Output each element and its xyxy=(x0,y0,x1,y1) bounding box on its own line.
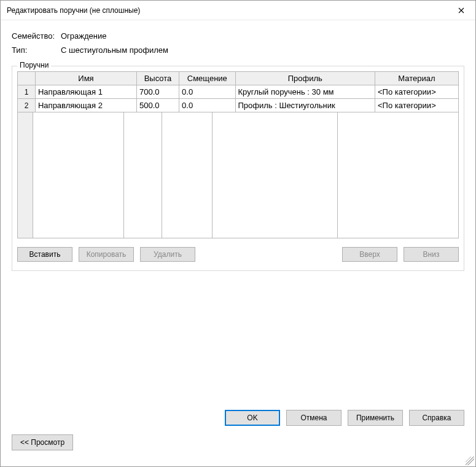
titlebar: Редактировать поручни (не сплошные) xyxy=(1,1,475,20)
table-buttons-row: Вставить Копировать Удалить Вверх Вниз xyxy=(17,247,459,262)
col-header-material[interactable]: Материал xyxy=(375,72,458,85)
fieldset-legend: Поручни xyxy=(17,61,51,69)
footer-buttons: OK Отмена Применить Справка xyxy=(12,410,464,426)
close-icon xyxy=(458,7,464,14)
table-row[interactable]: 2 Направляющая 2 500.0 0.0 Профиль : Шес… xyxy=(18,99,459,112)
meta-family-row: Семейство: Ограждение xyxy=(12,31,464,41)
close-button[interactable] xyxy=(447,1,475,20)
type-value: С шестиугольным профилем xyxy=(61,45,168,55)
resize-grip-icon[interactable] xyxy=(466,457,474,465)
preview-toggle-button[interactable]: << Просмотр xyxy=(12,434,73,450)
cell-offset[interactable]: 0.0 xyxy=(179,85,235,99)
move-down-button[interactable]: Вниз xyxy=(404,247,459,262)
ok-button[interactable]: OK xyxy=(225,410,280,426)
insert-button[interactable]: Вставить xyxy=(17,247,72,262)
col-header-offset[interactable]: Смещение xyxy=(179,72,235,85)
family-label: Семейство: xyxy=(12,31,61,41)
cell-rownum[interactable]: 2 xyxy=(18,99,36,112)
cell-offset[interactable]: 0.0 xyxy=(179,99,235,112)
cell-profile[interactable]: Круглый поручень : 30 мм xyxy=(235,85,375,99)
rails-table-wrap: Имя Высота Смещение Профиль Материал 1 Н… xyxy=(17,71,459,238)
dialog-footer: OK Отмена Применить Справка << Просмотр xyxy=(1,400,475,466)
delete-button[interactable]: Удалить xyxy=(140,247,195,262)
copy-button[interactable]: Копировать xyxy=(79,247,134,262)
preview-button-wrap: << Просмотр xyxy=(12,434,464,450)
meta-type-row: Тип: С шестиугольным профилем xyxy=(12,45,464,55)
cell-material[interactable]: <По категории> xyxy=(375,99,458,112)
col-header-height[interactable]: Высота xyxy=(136,72,179,85)
spacer xyxy=(201,247,336,262)
table-row[interactable]: 1 Направляющая 1 700.0 0.0 Круглый поруч… xyxy=(18,85,459,99)
col-header-rownum[interactable] xyxy=(18,72,36,85)
apply-button[interactable]: Применить xyxy=(348,410,403,426)
cell-rownum[interactable]: 1 xyxy=(18,85,36,99)
cell-name[interactable]: Направляющая 1 xyxy=(35,85,136,99)
rails-fieldset: Поручни Имя Высота Смещение Профиль Мат xyxy=(12,66,464,271)
cell-name[interactable]: Направляющая 2 xyxy=(35,99,136,112)
table-header-row: Имя Высота Смещение Профиль Материал xyxy=(18,72,459,85)
move-up-button[interactable]: Вверх xyxy=(342,247,397,262)
col-header-name[interactable]: Имя xyxy=(35,72,136,85)
help-button[interactable]: Справка xyxy=(409,410,464,426)
cell-material[interactable]: <По категории> xyxy=(375,85,458,99)
dialog-window: Редактировать поручни (не сплошные) Семе… xyxy=(0,0,476,467)
window-title: Редактировать поручни (не сплошные) xyxy=(7,6,447,15)
family-value: Ограждение xyxy=(61,31,107,41)
meta-block: Семейство: Ограждение Тип: С шестиугольн… xyxy=(12,31,464,60)
cell-height[interactable]: 500.0 xyxy=(136,99,179,112)
cancel-button[interactable]: Отмена xyxy=(286,410,341,426)
table-empty-area xyxy=(17,112,459,238)
cell-height[interactable]: 700.0 xyxy=(136,85,179,99)
cell-profile[interactable]: Профиль : Шестиугольник xyxy=(235,99,375,112)
type-label: Тип: xyxy=(12,45,61,55)
rails-table[interactable]: Имя Высота Смещение Профиль Материал 1 Н… xyxy=(17,71,459,112)
col-header-profile[interactable]: Профиль xyxy=(235,72,375,85)
dialog-content: Семейство: Ограждение Тип: С шестиугольн… xyxy=(1,20,475,466)
